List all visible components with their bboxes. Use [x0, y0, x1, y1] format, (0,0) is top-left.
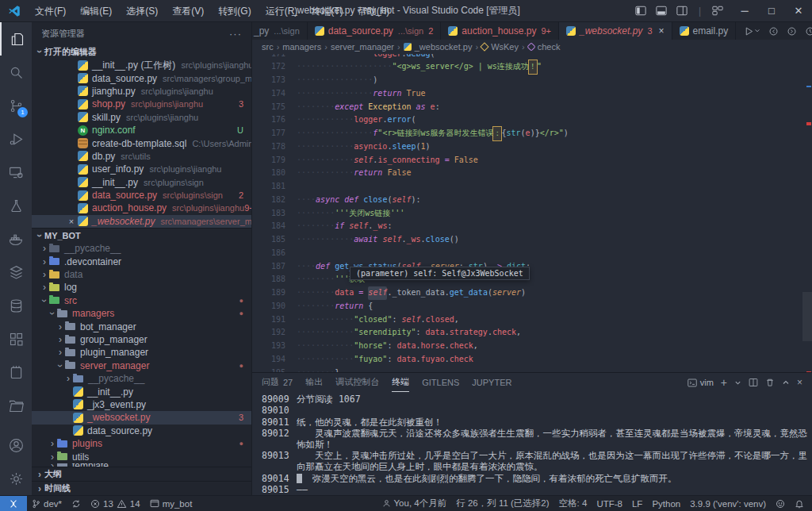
testing-icon[interactable]	[0, 189, 32, 222]
layers-icon[interactable]	[0, 256, 32, 289]
problems-indicator[interactable]: 13 14	[86, 496, 145, 511]
minimize-button[interactable]: ─	[731, 0, 758, 22]
open-editor-item[interactable]: ×_websocket.pysrc\managers\server_manage…	[32, 215, 251, 228]
breadcrumb-item[interactable]: _websocket.py	[415, 42, 473, 52]
encoding-indicator[interactable]: UTF-8	[592, 496, 627, 511]
open-editor-item[interactable]: jianghu.pysrc\plugins\jianghu	[32, 85, 251, 98]
menu-选择(S)[interactable]: 选择(S)	[119, 0, 165, 22]
tree-item[interactable]: ›data	[32, 268, 251, 281]
open-editor-item[interactable]: __init__.py (工作树)src\plugins\jianghu	[32, 59, 251, 71]
customize-layout-icon[interactable]	[712, 6, 723, 16]
menu-编辑(E)[interactable]: 编辑(E)	[73, 0, 119, 22]
tree-item[interactable]: data_source.py	[32, 425, 251, 437]
panel-tab-终端[interactable]: 终端	[392, 373, 409, 392]
outline-section[interactable]: › 大纲	[32, 467, 251, 481]
remote-explorer-icon[interactable]	[0, 156, 32, 189]
extensions-icon[interactable]	[0, 322, 32, 355]
terminal-dropdown-icon[interactable]	[734, 379, 741, 386]
tab-email.py[interactable]: email.py	[672, 22, 737, 40]
menu-查看(V)[interactable]: 查看(V)	[165, 0, 211, 22]
panel-tab-问题[interactable]: 问题27	[262, 373, 293, 392]
panel-tab-输出[interactable]: 输出	[305, 373, 323, 392]
new-terminal-icon[interactable]: +	[721, 376, 727, 389]
next-change-icon[interactable]	[787, 26, 797, 36]
code-editor[interactable]: 171················logger.debug(172·····…	[252, 54, 812, 372]
close-button[interactable]: ✕	[785, 0, 812, 22]
panel-tab-GITLENS[interactable]: GITLENS	[422, 373, 459, 392]
explorer-icon[interactable]	[0, 22, 32, 56]
open-editor-item[interactable]: skill.pysrc\plugins\jianghu	[32, 111, 251, 124]
tree-item[interactable]: ›group_manager	[32, 333, 251, 346]
run-debug-icon[interactable]	[0, 122, 32, 156]
database-icon[interactable]	[0, 289, 32, 322]
gitlens-blame[interactable]: You, 4个月前	[377, 496, 452, 511]
tree-item[interactable]: ›plugin_manager	[32, 346, 251, 359]
open-editor-item[interactable]: create-db-template.sqlC:\Users\Administr…	[32, 136, 251, 149]
history-icon[interactable]	[805, 26, 812, 36]
python-interpreter[interactable]: 3.9.9 ('venv': venv)	[685, 496, 771, 511]
project-root-row[interactable]: › MY_BOT	[32, 228, 251, 242]
maximize-panel-icon[interactable]	[782, 378, 790, 386]
open-editor-item[interactable]: auction_house.pysrc\plugins\jianghu9+	[32, 202, 251, 214]
eol-indicator[interactable]: LF	[627, 496, 647, 511]
search-icon[interactable]	[0, 56, 32, 89]
open-editors-section[interactable]: › 打开的编辑器	[32, 44, 251, 59]
close-icon[interactable]: ×	[659, 25, 665, 36]
split-terminal-icon[interactable]	[749, 378, 758, 387]
open-editor-item[interactable]: data_source.pysrc\plugins\sign2	[32, 189, 251, 202]
tree-item[interactable]: ›log	[32, 281, 251, 294]
prev-change-icon[interactable]	[768, 26, 779, 36]
tree-item[interactable]: ›.devcontainer	[32, 255, 251, 267]
tree-item[interactable]: ›bot_manager	[32, 320, 251, 332]
editor-scrollbar[interactable]	[802, 54, 812, 372]
toggle-sidebar-icon[interactable]	[635, 6, 646, 16]
open-editor-item[interactable]: user_info.pysrc\plugins\jianghu	[32, 163, 251, 175]
breadcrumb-item[interactable]: managers	[282, 42, 321, 52]
breadcrumb-item[interactable]: check	[538, 42, 561, 52]
language-indicator[interactable]: Python	[647, 496, 685, 511]
tab-_py[interactable]: _py...\sign	[252, 22, 308, 40]
tree-item[interactable]: ›__pycache__	[32, 372, 251, 385]
breadcrumb[interactable]: src›managers›server_manager›_websocket.p…	[252, 40, 812, 54]
git-branch-indicator[interactable]: dev*	[27, 496, 67, 511]
sync-button[interactable]	[67, 496, 86, 511]
notebook-icon[interactable]	[0, 355, 32, 389]
open-editor-item[interactable]: shop.pysrc\plugins\jianghu3	[32, 98, 251, 110]
kill-terminal-icon[interactable]	[765, 378, 775, 387]
tab-auction_house.py[interactable]: auction_house.py9+	[441, 22, 559, 40]
maximize-button[interactable]: □	[758, 0, 785, 22]
terminal-profile[interactable]: vim	[688, 378, 714, 387]
source-control-icon[interactable]: 1	[0, 89, 32, 122]
tree-item[interactable]: _websocket.py3	[32, 411, 251, 424]
tree-item[interactable]: ›utils	[32, 450, 251, 463]
menu-转到(G)[interactable]: 转到(G)	[211, 0, 258, 22]
open-editor-item[interactable]: data_source.pysrc\managers\group_manager	[32, 71, 251, 84]
panel-tab-JUPYTER[interactable]: JUPYTER	[472, 373, 511, 392]
scrollbar-thumb[interactable]	[802, 292, 812, 341]
tree-item[interactable]: _jx3_event.py	[32, 398, 251, 411]
close-icon[interactable]: ×	[65, 217, 78, 226]
toggle-panel-icon[interactable]	[656, 6, 667, 16]
tree-item[interactable]: __init__.py	[32, 385, 251, 398]
tab-data_source.py[interactable]: data_source.py...\sign2	[308, 22, 442, 40]
menu-文件(F)[interactable]: 文件(F)	[28, 0, 73, 22]
panel-tab-调试控制台[interactable]: 调试控制台	[335, 373, 379, 392]
remote-indicator[interactable]	[0, 496, 27, 511]
tree-item[interactable]: ›server_manager●	[32, 359, 251, 372]
breadcrumb-item[interactable]: src	[262, 42, 274, 52]
workspace-indicator[interactable]: my_bot	[145, 496, 197, 511]
tree-item[interactable]: ›__pycache__	[32, 242, 251, 255]
toggle-secondary-sidebar-icon[interactable]	[676, 6, 688, 16]
close-panel-icon[interactable]: ×	[797, 377, 802, 388]
docker-icon[interactable]	[0, 222, 32, 256]
cursor-position[interactable]: 行 26，列 11 (已选择2)	[451, 496, 553, 511]
explorer-more-actions-icon[interactable]: ···	[229, 28, 242, 40]
tree-item[interactable]: ›plugins●	[32, 437, 251, 450]
open-editor-item[interactable]: db.pysrc\utils	[32, 150, 251, 163]
tab-_websocket.py[interactable]: _websocket.py3×	[559, 22, 672, 40]
feedback-icon[interactable]	[771, 496, 790, 511]
run-python-file-icon[interactable]	[744, 26, 760, 36]
account-icon[interactable]	[0, 428, 32, 462]
settings-gear-icon[interactable]	[0, 462, 32, 495]
terminal-output[interactable]: 89009分节阅读 10678901089011纸，他的灵魂，都是在此刻被重创！…	[252, 392, 812, 495]
